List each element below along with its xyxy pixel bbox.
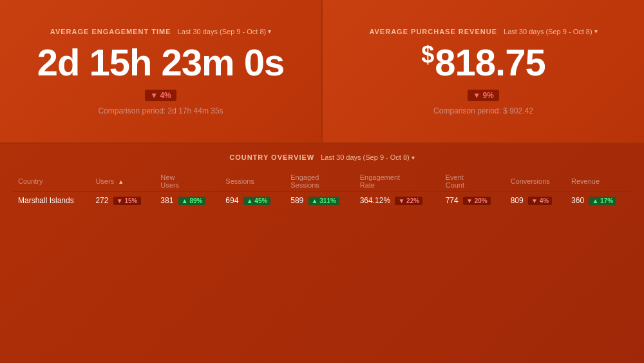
col-new-users[interactable]: NewUsers (155, 171, 220, 192)
purchase-revenue-dropdown-icon: ▾ (594, 28, 598, 35)
cell-users: 272 ▼ 15% (90, 192, 155, 210)
purchase-revenue-header: AVERAGE PURCHASE REVENUE Last 30 days (S… (369, 28, 597, 35)
engagement-time-dropdown-icon: ▾ (268, 28, 271, 35)
currency-symbol: $ (421, 41, 433, 68)
table-header-row: Country Users ▲ NewUsers Sessions Engage… (13, 171, 631, 192)
sessions-change-badge: ▲ 45% (243, 197, 271, 205)
engagement-time-date-range[interactable]: Last 30 days (Sep 9 - Oct 8) ▾ (178, 28, 272, 35)
country-overview-section: COUNTRY OVERVIEW Last 30 days (Sep 9 - O… (0, 144, 644, 363)
col-engagement-rate[interactable]: EngagementRate (355, 171, 440, 192)
country-overview-dropdown-icon: ▾ (412, 154, 415, 161)
purchase-revenue-card: AVERAGE PURCHASE REVENUE Last 30 days (S… (323, 0, 644, 142)
purchase-revenue-date-text: Last 30 days (Sep 9 - Oct 8) (504, 28, 592, 35)
cell-sessions: 694 ▲ 45% (220, 192, 285, 210)
engaged-sessions-change-badge: ▲ 311% (308, 197, 339, 205)
col-conversions[interactable]: Conversions (506, 171, 566, 192)
country-table: Country Users ▲ NewUsers Sessions Engage… (13, 171, 631, 209)
col-engaged-sessions[interactable]: EngagedSessions (285, 171, 354, 192)
purchase-revenue-date-range[interactable]: Last 30 days (Sep 9 - Oct 8) ▾ (504, 28, 598, 35)
country-table-container: Country Users ▲ NewUsers Sessions Engage… (13, 171, 631, 353)
cell-new-users: 381 ▲ 89% (155, 192, 220, 210)
engagement-time-change-badge: ▼ 4% (145, 90, 176, 101)
engagement-time-title: AVERAGE ENGAGEMENT TIME (50, 28, 171, 35)
engagement-time-comparison: Comparison period: 2d 17h 44m 35s (98, 106, 223, 115)
cell-country: Marshall Islands (13, 192, 90, 210)
engagement-time-value: 2d 15h 23m 0s (37, 42, 285, 83)
country-overview-title: COUNTRY OVERVIEW (229, 153, 314, 161)
revenue-change-badge: ▲ 17% (589, 197, 616, 205)
conversions-change-badge: ▼ 4% (528, 197, 552, 205)
cell-revenue: 360 ▲ 17% (566, 192, 631, 210)
purchase-revenue-title: AVERAGE PURCHASE REVENUE (369, 28, 497, 35)
engagement-time-header: AVERAGE ENGAGEMENT TIME Last 30 days (Se… (50, 28, 271, 35)
engagement-rate-change-badge: ▼ 22% (395, 197, 422, 205)
purchase-revenue-comparison: Comparison period: $ 902.42 (433, 106, 533, 115)
cell-event-count: 774 ▼ 20% (440, 192, 506, 210)
cell-conversions: 809 ▼ 4% (506, 192, 566, 210)
purchase-revenue-change-badge: ▼ 9% (468, 90, 499, 101)
col-users[interactable]: Users ▲ (90, 171, 155, 192)
users-change-badge: ▼ 15% (113, 197, 141, 205)
country-overview-date-text: Last 30 days (Sep 9 - Oct 8) (321, 153, 410, 161)
engagement-time-date-text: Last 30 days (Sep 9 - Oct 8) (178, 28, 267, 35)
col-sessions[interactable]: Sessions (220, 171, 285, 192)
country-overview-date-range[interactable]: Last 30 days (Sep 9 - Oct 8) ▾ (321, 153, 415, 161)
col-event-count[interactable]: EventCount (440, 171, 506, 192)
country-overview-header: COUNTRY OVERVIEW Last 30 days (Sep 9 - O… (13, 153, 631, 161)
cell-engagement-rate: 364.12% ▼ 22% (355, 192, 440, 210)
users-sort-icon: ▲ (118, 179, 124, 185)
col-revenue[interactable]: Revenue (566, 171, 631, 192)
table-row: Marshall Islands 272 ▼ 15% 381 ▲ 89% 694… (13, 192, 631, 210)
engagement-time-card: AVERAGE ENGAGEMENT TIME Last 30 days (Se… (0, 0, 323, 142)
new-users-change-badge: ▲ 89% (178, 197, 206, 205)
col-country[interactable]: Country (13, 171, 90, 192)
event-count-change-badge: ▼ 20% (463, 197, 491, 205)
cell-engaged-sessions: 589 ▲ 311% (285, 192, 354, 210)
purchase-revenue-value: $818.75 (421, 42, 545, 83)
